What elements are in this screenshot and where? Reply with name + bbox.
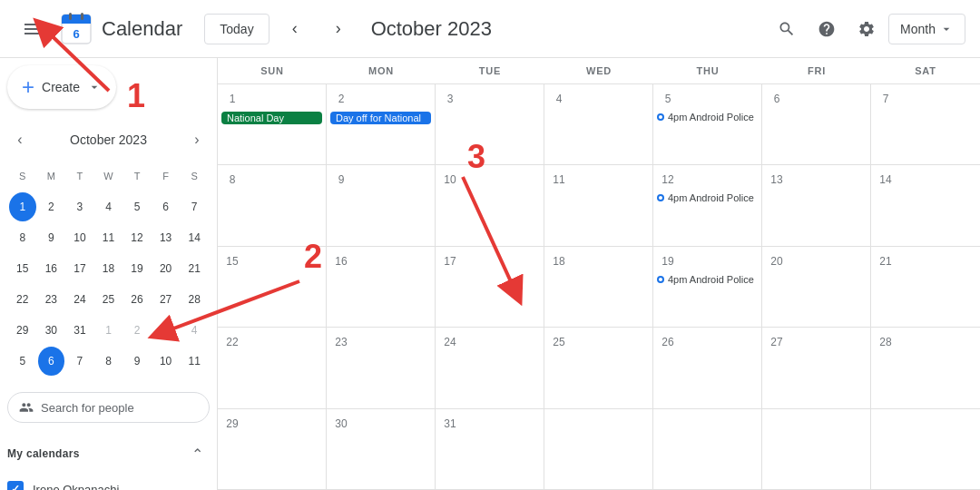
mini-cal-day[interactable]: 16 <box>38 254 65 283</box>
mini-cal-day[interactable]: 15 <box>9 254 36 283</box>
mini-cal-day[interactable]: 21 <box>181 254 208 283</box>
mini-cal-day[interactable]: 10 <box>66 223 93 252</box>
mini-cal-day[interactable]: 5 <box>9 347 36 376</box>
calendar-cell[interactable]: 194pm Android Police <box>653 247 762 327</box>
calendar-cell[interactable]: 7 <box>871 84 980 164</box>
calendar-cell[interactable]: 8 <box>218 165 327 245</box>
calendar-cell[interactable]: 14 <box>871 165 980 245</box>
calendar-cell[interactable]: 10 <box>436 165 544 245</box>
calendar-cell[interactable]: 1National Day <box>218 84 327 164</box>
search-button[interactable] <box>769 11 805 47</box>
create-button[interactable]: + Create <box>7 65 116 109</box>
calendar-cell[interactable]: 31 <box>436 409 544 489</box>
mini-cal-day[interactable]: 13 <box>152 223 180 252</box>
calendar-cell[interactable] <box>762 409 871 489</box>
prev-month-button[interactable]: ‹ <box>277 11 313 47</box>
mini-cal-day[interactable]: 27 <box>152 285 180 314</box>
mini-cal-day[interactable]: 5 <box>123 192 151 221</box>
mini-dow-header: S <box>9 162 36 191</box>
mini-cal-day[interactable]: 24 <box>66 285 93 314</box>
mini-cal-day[interactable]: 1 <box>9 192 36 221</box>
mini-cal-day[interactable]: 7 <box>66 347 93 376</box>
mini-cal-day[interactable]: 8 <box>95 347 122 376</box>
calendar-cell[interactable]: 23 <box>327 328 436 407</box>
mini-cal-day[interactable]: 29 <box>9 316 36 345</box>
calendar-cell[interactable]: 11 <box>544 165 653 245</box>
mini-cal-day[interactable]: 30 <box>38 316 65 345</box>
calendar-cell[interactable]: 30 <box>327 409 436 489</box>
mini-cal-day[interactable]: 31 <box>66 316 93 345</box>
calendar-cell[interactable]: 26 <box>653 328 762 407</box>
calendar-cell[interactable]: 9 <box>327 165 436 245</box>
event-outline[interactable]: 4pm Android Police <box>657 192 758 203</box>
mini-cal-day[interactable]: 7 <box>181 192 208 221</box>
menu-button[interactable] <box>15 11 51 47</box>
mini-cal-day[interactable]: 22 <box>9 285 36 314</box>
calendar-cell[interactable]: 18 <box>544 247 653 327</box>
calendar-cell[interactable]: 54pm Android Police <box>653 84 762 164</box>
calendar-cell[interactable]: 28 <box>871 328 980 407</box>
view-dropdown[interactable]: Month <box>888 14 965 44</box>
mini-cal-day[interactable]: 3 <box>66 192 93 221</box>
today-button[interactable]: Today <box>204 14 269 44</box>
search-people-input[interactable]: Search for people <box>7 392 210 423</box>
mini-cal-day[interactable]: 8 <box>9 223 36 252</box>
mini-cal-day[interactable]: 18 <box>95 254 122 283</box>
mini-cal-day[interactable]: 26 <box>123 285 151 314</box>
help-button[interactable] <box>808 11 845 47</box>
calendar-cell[interactable]: 3 <box>436 84 544 164</box>
mini-cal-day[interactable]: 1 <box>95 316 122 345</box>
event-chip[interactable]: National Day <box>221 112 322 124</box>
calendar-cell[interactable]: 6 <box>762 84 871 164</box>
mini-cal-day[interactable]: 14 <box>181 223 208 252</box>
calendar-cell[interactable]: 24 <box>436 328 544 407</box>
mini-cal-day[interactable]: 3 <box>152 316 180 345</box>
mini-cal-day[interactable]: 6 <box>152 192 180 221</box>
app-logo[interactable]: 6 Calendar <box>58 11 182 47</box>
calendar-cell[interactable]: 21 <box>871 247 980 327</box>
calendar-cell[interactable]: 124pm Android Police <box>653 165 762 245</box>
calendar-checkbox[interactable]: ✓ <box>7 481 24 490</box>
calendar-cell[interactable] <box>871 409 980 489</box>
mini-cal-day[interactable]: 17 <box>66 254 93 283</box>
calendar-cell[interactable] <box>653 409 762 489</box>
calendar-cell[interactable]: 4 <box>544 84 653 164</box>
mini-cal-day[interactable]: 6 <box>38 347 65 376</box>
mini-cal-day[interactable]: 19 <box>123 254 151 283</box>
mini-cal-day[interactable]: 12 <box>123 223 151 252</box>
calendar-cell[interactable]: 17 <box>436 247 544 327</box>
mini-cal-day[interactable]: 9 <box>123 347 151 376</box>
mini-cal-day[interactable]: 10 <box>152 347 180 376</box>
calendar-cell[interactable] <box>544 409 653 489</box>
calendar-cell[interactable]: 16 <box>327 247 436 327</box>
event-chip[interactable]: Day off for National <box>330 112 431 124</box>
mini-cal-prev-button[interactable]: ‹ <box>7 127 33 152</box>
mini-cal-day[interactable]: 28 <box>181 285 208 314</box>
mini-cal-day[interactable]: 2 <box>38 192 65 221</box>
calendar-cell[interactable]: 25 <box>544 328 653 407</box>
calendar-cell[interactable]: 29 <box>218 409 327 489</box>
calendar-cell[interactable]: 15 <box>218 247 327 327</box>
mini-cal-day[interactable]: 2 <box>123 316 151 345</box>
mini-cal-next-button[interactable]: › <box>184 127 210 152</box>
mini-cal-day[interactable]: 20 <box>152 254 180 283</box>
calendar-day-header: MON <box>327 58 436 83</box>
mini-cal-day[interactable]: 25 <box>95 285 122 314</box>
mini-cal-day[interactable]: 4 <box>181 316 208 345</box>
calendar-cell[interactable]: 2Day off for National <box>327 84 436 164</box>
calendar-cell[interactable]: 20 <box>762 247 871 327</box>
event-outline[interactable]: 4pm Android Police <box>657 274 758 285</box>
event-outline[interactable]: 4pm Android Police <box>657 112 758 122</box>
settings-button[interactable] <box>848 11 885 47</box>
mini-cal-day[interactable]: 23 <box>38 285 65 314</box>
next-month-button[interactable]: › <box>320 11 357 47</box>
calendar-cell[interactable]: 13 <box>762 165 871 245</box>
calendar-cell[interactable]: 27 <box>762 328 871 407</box>
calendar-cell[interactable]: 22 <box>218 328 327 407</box>
mini-cal-day[interactable]: 11 <box>181 347 208 376</box>
mini-cal-day[interactable]: 4 <box>95 192 122 221</box>
my-calendars-toggle[interactable]: ⌃ <box>184 441 210 466</box>
mini-cal-day[interactable]: 11 <box>95 223 122 252</box>
calendar-item[interactable]: ✓ Irene Okpanachi <box>7 477 210 490</box>
mini-cal-day[interactable]: 9 <box>38 223 65 252</box>
